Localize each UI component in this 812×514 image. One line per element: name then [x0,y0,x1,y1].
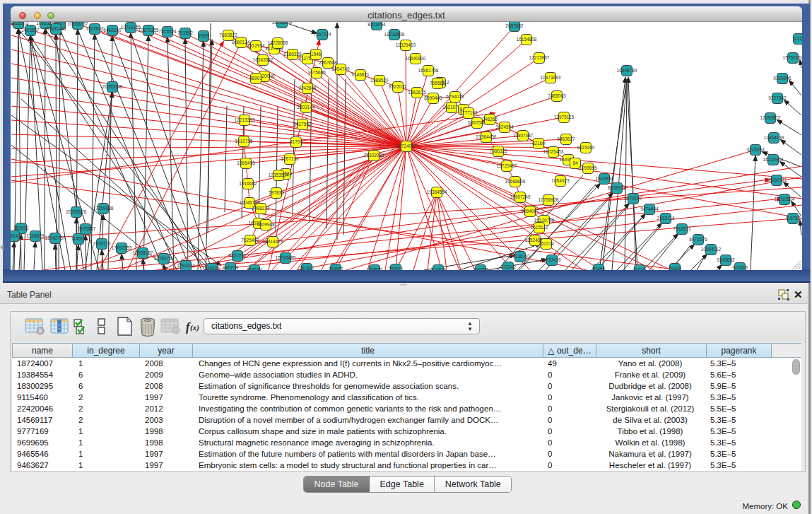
svg-text:10975867: 10975867 [76,226,96,231]
svg-text:9084067: 9084067 [521,209,539,214]
svg-text:157164: 157164 [247,267,262,270]
svg-text:12942737: 12942737 [45,235,66,240]
svg-text:12093872: 12093872 [760,115,781,120]
svg-text:7663: 7663 [199,33,209,38]
svg-text:17359938: 17359938 [93,206,114,211]
svg-text:1546: 1546 [311,52,322,57]
svg-text:109758: 109758 [473,267,488,270]
svg-text:6879197: 6879197 [624,196,642,201]
svg-text:8813054: 8813054 [367,22,386,27]
svg-text:7515524: 7515524 [158,29,177,34]
svg-text:15716485: 15716485 [276,255,296,260]
svg-text:1640954: 1640954 [595,176,613,181]
svg-text:20053346: 20053346 [102,84,123,89]
svg-text:16648784: 16648784 [617,68,637,73]
svg-text:16782759: 16782759 [154,256,175,261]
svg-text:9463627: 9463627 [557,136,575,141]
svg-text:173342: 173342 [500,264,516,269]
svg-text:179572: 179572 [367,267,382,270]
svg-text:16640910: 16640910 [406,56,426,61]
svg-text:1403557: 1403557 [21,28,40,33]
svg-text:84716: 84716 [633,267,646,270]
svg-text:1733426: 1733426 [543,257,561,262]
svg-text:9115460: 9115460 [577,145,595,150]
svg-text:2867608: 2867608 [319,60,337,65]
svg-text:2803144: 2803144 [297,105,315,110]
svg-text:114519: 114519 [71,236,86,241]
svg-text:10958157: 10958157 [133,250,153,255]
svg-text:3215953: 3215953 [746,147,765,152]
svg-text:12213393: 12213393 [235,117,255,122]
svg-text:7932821: 7932821 [673,226,691,231]
svg-text:10807487: 10807487 [513,133,534,138]
svg-text:9242848: 9242848 [298,86,317,90]
svg-text:1588520: 1588520 [370,78,389,83]
svg-text:20206576: 20206576 [66,209,87,214]
svg-text:16914479: 16914479 [263,239,283,244]
svg-text:9427552: 9427552 [293,122,312,127]
svg-text:1654923: 1654923 [551,178,570,183]
svg-text:9474444: 9474444 [640,206,659,211]
svg-text:945779: 945779 [223,265,238,270]
svg-text:3912954: 3912954 [247,43,265,48]
svg-text:2087682: 2087682 [505,23,524,28]
svg-text:9146821: 9146821 [351,72,370,77]
svg-text:7357224: 7357224 [313,32,331,37]
svg-text:39141: 39141 [11,233,20,238]
svg-text:10688609: 10688609 [505,179,526,184]
svg-text:1615112: 1615112 [531,225,548,230]
svg-text:116753: 116753 [785,216,801,221]
svg-text:1362615: 1362615 [408,90,426,95]
svg-text:7986322: 7986322 [489,148,507,153]
svg-text:10756928: 10756928 [539,197,559,202]
svg-text:8938928: 8938928 [608,185,626,190]
svg-text:1609948: 1609948 [257,222,275,227]
svg-text:2933114: 2933114 [657,216,675,221]
svg-text:14136141: 14136141 [510,254,531,259]
svg-text:16961758: 16961758 [418,68,439,73]
svg-text:1292344: 1292344 [177,263,195,268]
svg-text:252214: 252214 [539,241,554,246]
svg-text:129234: 129234 [204,266,220,270]
svg-text:7625402: 7625402 [241,238,259,243]
svg-text:92456: 92456 [592,267,605,270]
svg-text:9457791: 9457791 [228,253,247,258]
svg-text:18907249: 18907249 [510,194,531,199]
svg-text:153901: 153901 [13,226,29,230]
svg-text:9329996: 9329996 [773,76,792,81]
svg-text:1965493: 1965493 [237,160,255,165]
svg-text:13226058: 13226058 [268,40,288,45]
svg-text:3498222: 3498222 [252,206,270,211]
svg-text:14035573: 14035573 [11,22,29,25]
svg-text:12444139: 12444139 [764,135,784,140]
svg-text:8322037: 8322037 [389,84,407,89]
svg-text:19384554: 19384554 [427,189,447,194]
svg-text:15692971: 15692971 [767,177,787,182]
svg-text:9227342: 9227342 [768,95,787,100]
svg-text:16033809: 16033809 [272,22,293,25]
svg-text:8454749: 8454749 [331,66,350,71]
svg-text:1527602: 1527602 [86,26,104,31]
svg-text:17957253: 17957253 [112,245,132,250]
svg-text:9777169: 9777169 [459,110,478,115]
svg-text:11125: 11125 [792,36,802,41]
svg-text:12213967: 12213967 [529,55,550,60]
svg-text:1156829: 1156829 [27,233,45,238]
svg-text:16543362: 16543362 [253,57,273,62]
svg-text:15720407: 15720407 [497,163,517,168]
svg-text:795581: 795581 [430,81,445,86]
svg-text:3624554: 3624554 [495,124,514,129]
svg-text:41700: 41700 [290,139,302,144]
svg-text:1099695: 1099695 [579,165,597,170]
svg-text:79328: 79328 [669,266,681,270]
svg-text:1916682: 1916682 [239,181,257,186]
svg-text:21364436: 21364436 [476,134,497,139]
svg-text:10671355: 10671355 [139,28,159,33]
svg-text:84: 84 [572,160,578,165]
svg-text:98901: 98901 [249,76,262,81]
svg-text:17010504: 17010504 [775,197,795,201]
svg-text:8471676: 8471676 [689,237,707,242]
svg-text:18724007: 18724007 [396,144,417,148]
svg-text:751552: 751552 [177,30,193,35]
svg-text:7485063: 7485063 [548,93,566,98]
